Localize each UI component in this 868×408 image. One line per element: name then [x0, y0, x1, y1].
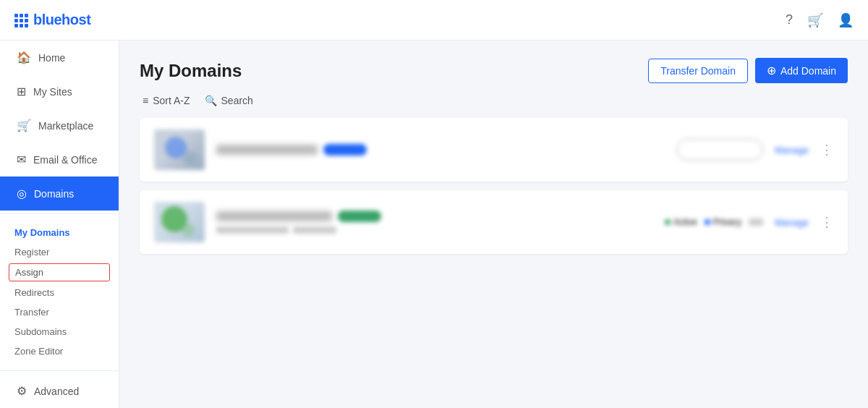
manage-blurred-2[interactable]: Manage [775, 217, 809, 228]
sidebar-item-home-label: Home [38, 52, 65, 64]
sidebar-item-advanced-label: Advanced [34, 386, 79, 397]
submenu-redirects[interactable]: Redirects [0, 283, 119, 302]
logo-grid-icon [14, 14, 27, 27]
domains-submenu: My Domains Register Assign Redirects Tra… [0, 217, 119, 367]
submenu-transfer[interactable]: Transfer [0, 302, 119, 322]
main-content: My Domains Transfer Domain ⊕ Add Domain … [119, 41, 868, 408]
logo-area: bluehost [14, 12, 90, 28]
transfer-domain-button[interactable]: Transfer Domain [648, 59, 748, 83]
domain-card-2: Active Privacy Manage ⋮ [140, 190, 848, 254]
wordpress-icon: ⊞ [17, 85, 26, 98]
user-icon[interactable]: 👤 [838, 12, 854, 28]
sidebar-item-advanced[interactable]: ⚙ Advanced [0, 374, 119, 408]
sidebar-item-domains-label: Domains [34, 188, 74, 200]
email-icon: ✉ [17, 153, 26, 166]
submenu-my-domains[interactable]: My Domains [0, 223, 119, 242]
transfer-blurred-button-1[interactable] [676, 139, 763, 161]
sidebar-item-email-office[interactable]: ✉ Email & Office [0, 143, 119, 177]
sidebar-item-domains[interactable]: ◎ Domains [0, 177, 119, 211]
submenu-register[interactable]: Register [0, 242, 119, 262]
add-domain-button[interactable]: ⊕ Add Domain [755, 58, 848, 83]
page-header: My Domains Transfer Domain ⊕ Add Domain [140, 58, 848, 83]
marketplace-icon: 🛒 [17, 119, 31, 132]
domain-info-2 [216, 211, 653, 234]
sidebar-item-my-sites-label: My Sites [33, 86, 72, 98]
cart-icon[interactable]: 🛒 [807, 12, 823, 28]
page-title: My Domains [140, 61, 242, 81]
more-options-icon-1[interactable]: ⋮ [820, 142, 833, 158]
top-navigation: bluehost ? 🛒 👤 [0, 0, 868, 41]
submenu-assign[interactable]: Assign [9, 263, 110, 281]
privacy-status: Privacy [705, 217, 741, 227]
domains-icon: ◎ [17, 187, 27, 200]
submenu-subdomains[interactable]: Subdomains [0, 322, 119, 341]
domain-actions-1: Manage ⋮ [676, 139, 833, 161]
sidebar-bottom-divider [0, 370, 119, 371]
home-icon: 🏠 [17, 51, 31, 64]
sidebar-item-marketplace[interactable]: 🛒 Marketplace [0, 109, 119, 143]
sidebar-item-marketplace-label: Marketplace [38, 120, 93, 132]
sidebar-divider [0, 213, 119, 214]
active-status: Active [665, 217, 697, 227]
domain-thumbnail-1 [154, 129, 205, 170]
sort-icon: ≡ [142, 95, 148, 106]
sidebar-item-my-sites[interactable]: ⊞ My Sites [0, 75, 119, 109]
help-icon[interactable]: ? [786, 12, 793, 27]
domain-actions-2: Active Privacy Manage ⋮ [665, 214, 833, 230]
logo-text: bluehost [33, 12, 90, 28]
domain-info-1 [216, 144, 665, 156]
submenu-zone-editor[interactable]: Zone Editor [0, 341, 119, 361]
domain-thumbnail-2 [154, 202, 205, 242]
header-actions: Transfer Domain ⊕ Add Domain [648, 58, 848, 83]
domains-toolbar: ≡ Sort A-Z 🔍 Search [140, 95, 848, 106]
domain-card-1: Manage ⋮ [140, 118, 848, 182]
circle-plus-icon: ⊕ [767, 64, 776, 77]
search-button[interactable]: 🔍 Search [205, 95, 253, 106]
search-icon: 🔍 [205, 95, 217, 106]
manage-blurred-1[interactable]: Manage [775, 145, 809, 156]
topnav-actions: ? 🛒 👤 [786, 12, 854, 28]
sidebar-item-email-label: Email & Office [33, 154, 97, 166]
advanced-icon: ⚙ [17, 384, 27, 398]
status-dots-2: Active Privacy [665, 217, 763, 227]
sort-button[interactable]: ≡ Sort A-Z [142, 95, 190, 106]
more-options-icon-2[interactable]: ⋮ [820, 214, 833, 230]
sidebar-item-home[interactable]: 🏠 Home [0, 41, 119, 75]
sidebar: 🏠 Home ⊞ My Sites 🛒 Marketplace ✉ Email … [0, 41, 119, 408]
